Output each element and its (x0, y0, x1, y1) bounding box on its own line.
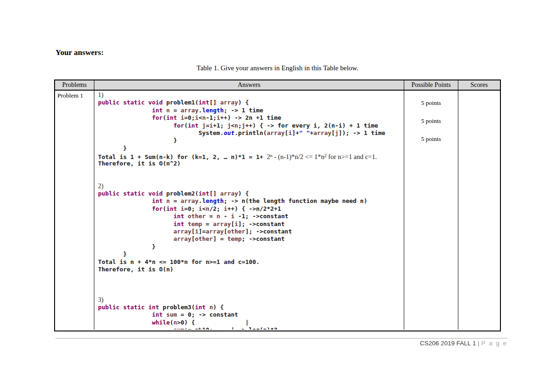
code-line: } (98, 251, 404, 258)
footer-course: CS206 2019 FALL 1 (420, 340, 476, 347)
header-possible-points: Possible Points (404, 80, 458, 90)
answer-code-block: 1)public static void problem1(int[] arra… (94, 91, 404, 330)
code-line: for(int j=i+1; j<n;j++) { -> for every i… (98, 122, 404, 129)
code-line: int temp = array[i]; ->constant (98, 220, 404, 228)
code-line: Therefore, it is O(n^2) (98, 160, 404, 167)
possible-points-cell: 5 points5 points5 points (404, 91, 458, 330)
code-line: 2) (98, 183, 404, 190)
code-line: sum+= n%10; | -> log(n)*3 (98, 326, 404, 330)
table-header-row: Problems Answers Possible Points Scores (55, 80, 500, 91)
code-line: public static void problem2(int[] array)… (98, 190, 404, 197)
page-title: Your answers: (56, 48, 104, 57)
answers-table: Problems Answers Possible Points Scores … (54, 80, 501, 331)
code-line: array[other] = temp; ->constant (98, 235, 404, 243)
problem-number-label: 2) (98, 183, 104, 190)
footer-divider (56, 338, 507, 339)
code-line (98, 167, 404, 175)
document-page: { "page": { "heading": "Your answers:", … (0, 0, 555, 392)
footer-separator: | (478, 340, 480, 347)
table-caption: Table 1. Give your answers in English in… (54, 64, 501, 72)
possible-points-item: 5 points (404, 99, 458, 107)
code-line: } (98, 243, 404, 251)
code-line: public static void problem1(int[] array)… (98, 99, 404, 106)
code-line: Therefore, it is O(n) (98, 266, 404, 273)
code-line: } (98, 137, 404, 144)
code-line: int other = n - i -1; ->constant (98, 213, 404, 220)
page-footer: CS206 2019 FALL 1|P a g e (54, 340, 507, 347)
table-row: Problem 1 1)public static void problem1(… (55, 91, 500, 330)
code-line: 1) (98, 92, 404, 99)
code-line: for(int i=0; i<n/2; i++) { ->n/2*2+1 (98, 205, 404, 213)
scores-cell (458, 91, 500, 330)
code-line: } (98, 145, 404, 152)
code-line: 3) (98, 296, 404, 304)
possible-points-item: 5 points (404, 135, 458, 143)
code-line (98, 288, 404, 296)
header-answers: Answers (94, 80, 404, 90)
footer-page-word: P a g e (481, 340, 507, 347)
code-line (98, 281, 404, 288)
code-line (98, 175, 404, 182)
code-line: public static int problem3(int n) { (98, 304, 404, 311)
problem-number-label: 1) (98, 92, 104, 98)
code-line (98, 273, 404, 281)
possible-points-item: 5 points (404, 117, 458, 125)
code-line: System.out.println(array[i]+" "+array[j]… (98, 129, 404, 137)
code-line: while(n>0) { | (98, 319, 404, 326)
code-line: Total is 1 + Sum(n-k) for (k=1, 2, … n)*… (98, 152, 404, 159)
header-scores: Scores (458, 80, 500, 90)
problem-label: Problem 1 (55, 91, 94, 330)
code-line: int n = array.length; -> n(the length fu… (98, 197, 404, 205)
problem-number-label: 3) (98, 296, 104, 303)
code-line: for(int i=0;i<n-1;i++) -> 2n +1 time (98, 114, 404, 122)
code-line: int sum = 0; -> constant (98, 311, 404, 318)
code-line: array[i]=array[other]; ->constant (98, 228, 404, 235)
header-problems: Problems (55, 80, 94, 90)
code-line: int n = array.length; -> 1 time (98, 107, 404, 114)
code-line: Total is n + 4*n <= 100*n for n>=1 and c… (98, 258, 404, 266)
